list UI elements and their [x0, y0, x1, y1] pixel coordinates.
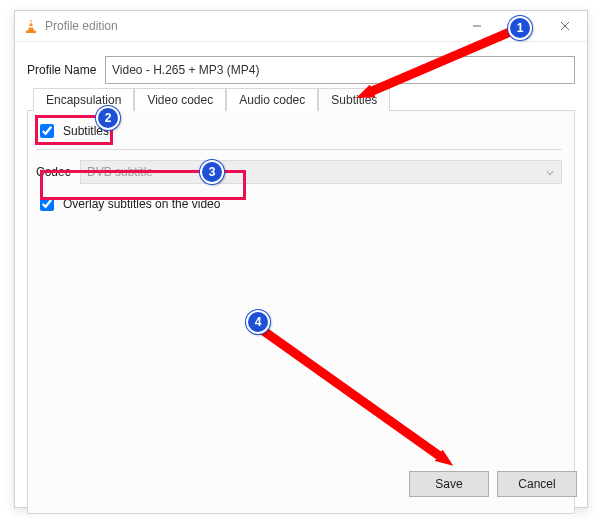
overlay-checkbox-label: Overlay subtitles on the video — [63, 197, 220, 211]
annotation-badge-1: 1 — [508, 16, 532, 40]
chevron-down-icon — [545, 167, 555, 181]
overlay-checkbox-input[interactable] — [40, 197, 54, 211]
window-title: Profile edition — [45, 19, 118, 33]
svg-rect-2 — [29, 22, 32, 23]
codec-select[interactable]: DVB subtitle — [80, 160, 562, 184]
tab-audio-codec[interactable]: Audio codec — [226, 88, 318, 111]
tab-panel: Subtitles Codec DVB subtitle — [27, 110, 575, 514]
svg-rect-3 — [29, 26, 34, 28]
annotation-badge-3: 3 — [200, 160, 224, 184]
tab-video-codec[interactable]: Video codec — [134, 88, 226, 111]
codec-label: Codec — [36, 165, 80, 179]
tab-label: Video codec — [147, 93, 213, 107]
tab-label: Encapsulation — [46, 93, 121, 107]
cancel-button[interactable]: Cancel — [497, 471, 577, 497]
close-button[interactable] — [543, 11, 587, 41]
annotation-badge-2: 2 — [96, 106, 120, 130]
tab-label: Audio codec — [239, 93, 305, 107]
separator — [36, 149, 562, 150]
subtitles-checkbox-input[interactable] — [40, 124, 54, 138]
button-label: Cancel — [518, 477, 555, 491]
tab-label: Subtitles — [331, 93, 377, 107]
tab-subtitles[interactable]: Subtitles — [318, 88, 390, 111]
profile-name-input[interactable] — [105, 56, 575, 84]
button-label: Save — [435, 477, 462, 491]
svg-rect-1 — [26, 31, 36, 34]
minimize-button[interactable] — [455, 11, 499, 41]
save-button[interactable]: Save — [409, 471, 489, 497]
tab-bar: Encapsulation Video codec Audio codec Su… — [33, 88, 390, 111]
svg-marker-0 — [28, 19, 34, 31]
profile-edition-window: Profile edition Profile Name Encapsulati… — [14, 10, 588, 508]
title-bar: Profile edition — [15, 11, 587, 42]
tab-encapsulation[interactable]: Encapsulation — [33, 88, 134, 111]
profile-name-label: Profile Name — [27, 63, 105, 77]
annotation-badge-4: 4 — [246, 310, 270, 334]
vlc-cone-icon — [23, 18, 39, 34]
overlay-checkbox[interactable]: Overlay subtitles on the video — [36, 194, 220, 214]
codec-select-value: DVB subtitle — [87, 165, 153, 179]
